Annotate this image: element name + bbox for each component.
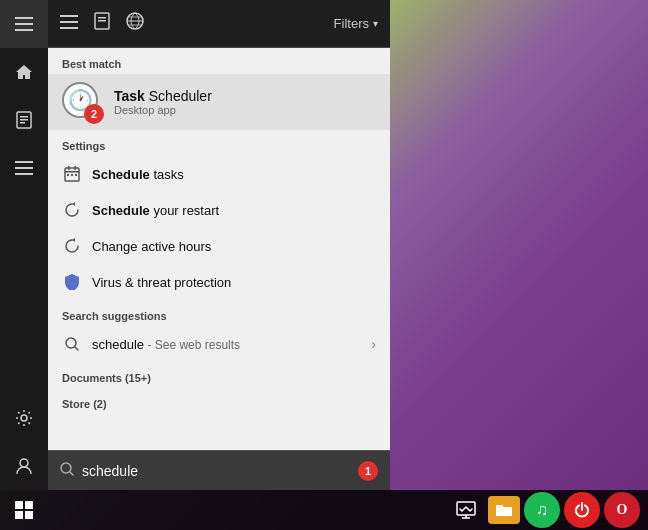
calendar-icon — [62, 164, 82, 184]
store-label: Store (2) — [48, 388, 390, 414]
refresh-icon — [62, 200, 82, 220]
best-match-label: Best match — [48, 48, 390, 74]
svg-rect-25 — [75, 174, 77, 176]
svg-rect-13 — [60, 21, 78, 23]
sidebar-settings[interactable] — [0, 394, 48, 442]
sidebar-home[interactable] — [0, 48, 48, 96]
app-type: Desktop app — [114, 104, 212, 116]
suggestion-arrow-icon: › — [371, 336, 376, 352]
svg-rect-28 — [15, 501, 23, 509]
documents-section: Documents (15+) — [48, 362, 390, 388]
taskbar-monitor-icon[interactable] — [448, 492, 484, 528]
app-name-rest: Scheduler — [145, 88, 212, 104]
svg-rect-20 — [65, 171, 79, 173]
svg-point-11 — [20, 459, 28, 467]
taskbar-folder-icon[interactable] — [488, 496, 520, 524]
taskbar-power-icon[interactable] — [564, 492, 600, 528]
schedule-restart-text: Schedule your restart — [92, 203, 219, 218]
svg-rect-21 — [68, 166, 70, 170]
svg-rect-31 — [25, 511, 33, 519]
svg-rect-5 — [20, 119, 28, 121]
svg-rect-0 — [15, 17, 33, 19]
start-button[interactable] — [0, 492, 48, 528]
best-match-badge: 2 — [84, 104, 104, 124]
active-hours-icon — [62, 236, 82, 256]
svg-rect-22 — [75, 166, 77, 170]
search-suggestions-label: Search suggestions — [48, 300, 390, 326]
svg-rect-8 — [15, 167, 33, 169]
taskbar: ♫ O — [0, 490, 648, 530]
taskbar-spotify-icon[interactable]: ♫ — [524, 492, 560, 528]
documents-label: Documents (15+) — [48, 362, 390, 388]
svg-rect-6 — [20, 122, 25, 124]
virus-protection-text: Virus & threat protection — [92, 275, 231, 290]
results-area: Best match 🕐 2 Task Scheduler Desktop ap… — [48, 48, 390, 450]
toolbar-globe-icon[interactable] — [126, 12, 144, 35]
toolbar-document-icon[interactable] — [94, 12, 110, 35]
search-bar: schedule 1 — [48, 450, 390, 490]
svg-rect-17 — [98, 20, 106, 22]
search-suggestion-icon — [62, 334, 82, 354]
best-match-text: Task Scheduler Desktop app — [114, 88, 212, 116]
schedule-restart-item[interactable]: Schedule your restart — [48, 192, 390, 228]
svg-point-10 — [21, 415, 27, 421]
svg-rect-1 — [15, 23, 33, 25]
sidebar — [0, 0, 48, 490]
settings-section: Settings Schedule tasks — [48, 130, 390, 300]
suggestion-text: schedule - See web results — [92, 337, 240, 352]
search-suggestion-item[interactable]: schedule - See web results › — [48, 326, 390, 362]
svg-rect-16 — [98, 17, 106, 19]
chevron-down-icon: ▾ — [373, 18, 378, 29]
svg-rect-7 — [15, 161, 33, 163]
search-input[interactable]: schedule — [82, 463, 350, 479]
svg-rect-4 — [20, 116, 28, 118]
svg-rect-12 — [60, 15, 78, 17]
schedule-tasks-text: Schedule tasks — [92, 167, 184, 182]
sidebar-hamburger[interactable] — [0, 0, 48, 48]
store-section: Store (2) — [48, 388, 390, 414]
svg-rect-2 — [15, 29, 33, 31]
toolbar-hamburger-icon[interactable] — [60, 13, 78, 34]
task-scheduler-icon-container: 🕐 2 — [62, 82, 102, 122]
best-match-name: Task Scheduler — [114, 88, 212, 104]
app-name-bold: Task — [114, 88, 145, 104]
search-icon — [60, 462, 74, 479]
svg-rect-30 — [15, 511, 23, 519]
search-suggestions-section: Search suggestions schedule - See web re… — [48, 300, 390, 362]
start-panel: Filters ▾ Best match 🕐 2 Task Scheduler … — [48, 0, 390, 490]
svg-rect-29 — [25, 501, 33, 509]
shield-icon — [62, 272, 82, 292]
sidebar-list[interactable] — [0, 144, 48, 192]
svg-rect-9 — [15, 173, 33, 175]
panel-toolbar: Filters ▾ — [48, 0, 390, 48]
search-badge: 1 — [358, 461, 378, 481]
schedule-tasks-item[interactable]: Schedule tasks — [48, 156, 390, 192]
taskbar-opera-icon[interactable]: O — [604, 492, 640, 528]
sidebar-documents[interactable] — [0, 96, 48, 144]
virus-protection-item[interactable]: Virus & threat protection — [48, 264, 390, 300]
taskbar-right-icons: ♫ O — [448, 492, 648, 528]
svg-rect-23 — [67, 174, 69, 176]
settings-label: Settings — [48, 130, 390, 156]
filters-button[interactable]: Filters ▾ — [334, 16, 378, 31]
change-active-hours-item[interactable]: Change active hours — [48, 228, 390, 264]
best-match-item[interactable]: 🕐 2 Task Scheduler Desktop app — [48, 74, 390, 130]
change-active-hours-text: Change active hours — [92, 239, 211, 254]
svg-rect-24 — [71, 174, 73, 176]
sidebar-user[interactable] — [0, 442, 48, 490]
svg-rect-14 — [60, 27, 78, 29]
